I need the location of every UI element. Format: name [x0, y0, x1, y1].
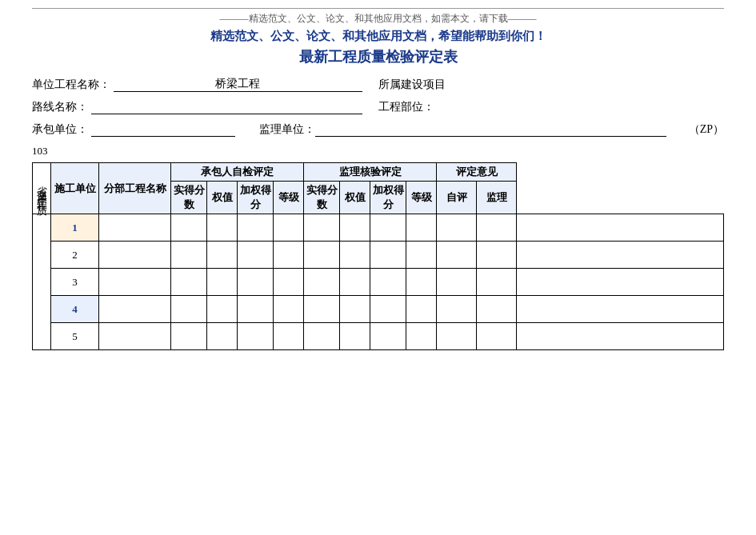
table-row: 5: [33, 323, 724, 350]
row-1-self-score: [207, 214, 238, 242]
row-1-self-opinion: [477, 214, 517, 242]
row-2-sup-weight: [370, 242, 406, 269]
col-supervisor-opinion: 监理: [477, 182, 517, 214]
top-banner: ———精选范文、公文、论文、和其他应用文档，如需本文，请下载———: [32, 8, 724, 26]
field-route-name: 路线名称：: [32, 100, 378, 114]
row-4-self-opinion: [477, 296, 517, 323]
left-side-cell-2: [33, 214, 51, 350]
col-self-weight: 权值: [207, 182, 238, 214]
row-2-sup-opinion: [517, 242, 724, 269]
row-2-sup-grade: [437, 242, 477, 269]
field-unit-name: 单位工程名称： 桥梁工程: [32, 78, 378, 92]
row-3-self-grade: [304, 269, 340, 296]
row-5-self-score: [207, 323, 238, 350]
label-supervisor: 监理单位：: [259, 122, 315, 137]
form-row-2: 路线名称： 工程部位：: [32, 100, 724, 114]
row-3-contractor: [99, 269, 171, 296]
row-5-sup-grade: [437, 323, 477, 350]
row-3-self-opinion: [477, 269, 517, 296]
col-sup-weighted-score: 加权得分: [370, 182, 406, 214]
row-5-sup-opinion: [517, 323, 724, 350]
row-num-1: 1: [51, 214, 99, 242]
row-1-sup-opinion: [517, 214, 724, 242]
row-2-self-weight: [238, 242, 274, 269]
row-2-self-opinion: [477, 242, 517, 269]
table-row: 3: [33, 269, 724, 296]
label-unit-name: 单位工程名称：: [32, 78, 110, 92]
col-sup-grade: 等级: [406, 182, 437, 214]
row-1-sup-grade: [437, 214, 477, 242]
row-2-contractor: [99, 242, 171, 269]
main-title: 最新工程质量检验评定表: [32, 47, 724, 66]
row-5-division: [171, 323, 207, 350]
col-header-contractor: 施工单位: [51, 163, 99, 214]
row-num-2: 2: [51, 242, 99, 269]
row-3-sup-score: [340, 269, 370, 296]
row-5-self-weight: [238, 323, 274, 350]
row-3-sup-weighted: [406, 269, 437, 296]
row-4-self-weighted: [274, 296, 304, 323]
row-1-division: [171, 214, 207, 242]
row-3-self-weight: [238, 269, 274, 296]
row-2-self-grade: [304, 242, 340, 269]
field-supervisor: 监理单位： （ZP）: [259, 122, 724, 137]
row-4-division: [171, 296, 207, 323]
col-header-division: 分部工程名称: [99, 163, 171, 214]
input-contractor[interactable]: [91, 122, 235, 137]
form-row-1: 单位工程名称： 桥梁工程 所属建设项目: [32, 78, 724, 92]
row-4-sup-weighted: [406, 296, 437, 323]
input-route-name[interactable]: [91, 100, 362, 114]
table-row: 1: [33, 214, 724, 242]
left-side-cell: 省交通厅工程质: [33, 163, 51, 214]
row-1-sup-score: [340, 214, 370, 242]
field-contractor: 承包单位：: [32, 122, 251, 137]
table-row: 2: [33, 242, 724, 269]
left-side-text: 省交通厅工程质: [33, 174, 50, 203]
row-5-self-grade: [304, 323, 340, 350]
row-5-sup-weighted: [406, 323, 437, 350]
col-self-opinion: 自评: [437, 182, 477, 214]
row-3-self-score: [207, 269, 238, 296]
row-4-self-weight: [238, 296, 274, 323]
row-4-self-grade: [304, 296, 340, 323]
row-2-sup-score: [340, 242, 370, 269]
label-route-name: 路线名称：: [32, 100, 88, 114]
row-4-sup-grade: [437, 296, 477, 323]
row-2-sup-weighted: [406, 242, 437, 269]
row-3-sup-opinion: [517, 269, 724, 296]
row-4-contractor: [99, 296, 171, 323]
row-2-self-score: [207, 242, 238, 269]
row-3-division: [171, 269, 207, 296]
row-5-self-opinion: [477, 323, 517, 350]
row-3-self-weighted: [274, 269, 304, 296]
row-num-4: 4: [51, 296, 99, 323]
row-4-sup-opinion: [517, 296, 724, 323]
input-supervisor[interactable]: [315, 122, 666, 137]
row-1-sup-weight: [370, 214, 406, 242]
col-group-self-eval: 承包人自检评定: [171, 163, 304, 182]
row-1-contractor: [99, 214, 171, 242]
row-num-5: 5: [51, 323, 99, 350]
col-group-opinion: 评定意见: [437, 163, 517, 182]
label-contractor: 承包单位：: [32, 122, 88, 137]
field-project-affil: 所属建设项目: [378, 78, 725, 92]
doc-number: 103: [32, 145, 724, 158]
row-1-self-weight: [238, 214, 274, 242]
col-sup-score: 实得分数: [304, 182, 340, 214]
row-2-self-weighted: [274, 242, 304, 269]
row-3-sup-grade: [437, 269, 477, 296]
row-4-sup-score: [340, 296, 370, 323]
col-self-weighted-score: 加权得分: [238, 182, 274, 214]
field-project-part: 工程部位：: [378, 100, 725, 114]
row-5-sup-weight: [370, 323, 406, 350]
subtitle: 精选范文、公文、论文、和其他应用文档，希望能帮助到你们！: [32, 29, 724, 44]
row-4-self-score: [207, 296, 238, 323]
label-project-affil: 所属建设项目: [378, 78, 446, 92]
row-2-division: [171, 242, 207, 269]
row-5-sup-score: [340, 323, 370, 350]
row-1-self-grade: [304, 214, 340, 242]
evaluation-table: 省交通厅工程质 施工单位 分部工程名称 承包人自检评定 监理核验评定 评定意见 …: [32, 162, 724, 350]
row-num-3: 3: [51, 269, 99, 296]
suffix-zp: （ZP）: [689, 122, 724, 137]
input-unit-name[interactable]: 桥梁工程: [114, 78, 362, 92]
